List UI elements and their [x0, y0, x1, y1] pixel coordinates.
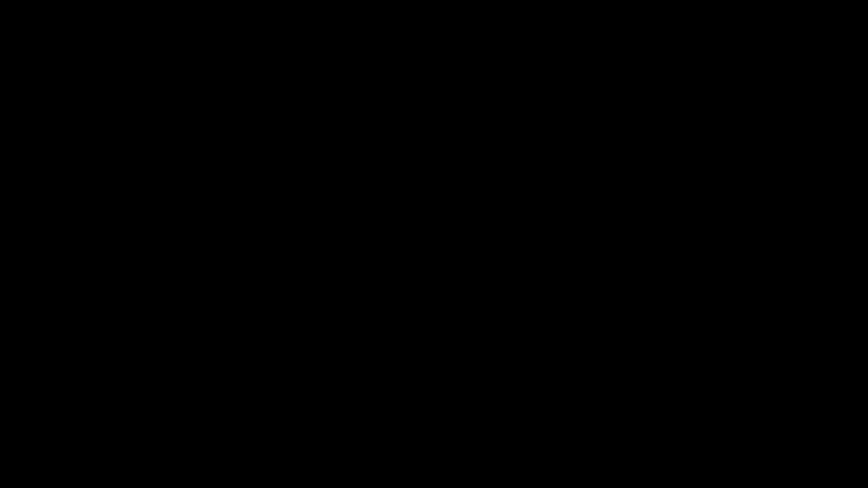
icon-label: Opera [0, 221, 868, 233]
audio-icon: ↗ [0, 268, 868, 280]
icon-label: Çöp [0, 128, 868, 139]
desktop-icon-iobit[interactable]: U↗IObitUninstaller [0, 46, 868, 81]
idm-icon: ↓↗ [0, 233, 868, 245]
desktop: WALLPAPERSWIDE.COM ☻OKTAYGÖRGÜLÜU↗IObitU… [0, 0, 868, 488]
shortcut-arrow-icon: ↗ [0, 292, 8, 302]
icon-label: AudioWizard [0, 280, 868, 291]
icon-label: IObitUninstaller [0, 58, 868, 81]
desktop-icon-steam[interactable]: ◎↗Steam [0, 418, 868, 442]
desktop-icon-thispc[interactable]: Bilgisayarım [0, 81, 868, 92]
iobit-icon: U↗ [0, 46, 868, 58]
icon-label: EUP 7.4 -Automat... [0, 395, 868, 418]
scroll-down-icon[interactable]: ∨ [0, 474, 868, 486]
corel-icon: ▶↗ [0, 326, 868, 338]
icon-label: crash [0, 361, 868, 372]
desktop-icon-bin[interactable]: ♻Çöp [0, 116, 868, 139]
desktop-icon-geforce[interactable]: ◉↗GeForceExperience [0, 139, 868, 174]
bf1-icon: ↗ [0, 442, 868, 454]
icon-label: GoogleChrome [0, 186, 868, 209]
desktop-icon-itunes[interactable]: ♪↗iTunes [0, 92, 868, 116]
desktop-icon-bf1[interactable]: ↗Battlefield 1 [0, 442, 868, 465]
desktop-icon-chrome[interactable]: ↗GoogleChrome [0, 174, 868, 209]
icon-label: Bilgisayarım [0, 81, 868, 92]
geforce-icon: ◉↗ [0, 139, 868, 151]
itunes-icon: ♪↗ [0, 92, 868, 104]
desktop-icon-audio[interactable]: ↗AudioWizard [0, 268, 868, 291]
shortcut-arrow-icon: ↗ [0, 175, 8, 186]
icon-label: CorelScreenC... [0, 338, 868, 361]
icon-label: OKTAYGÖRGÜLÜ [0, 23, 868, 46]
shortcut-arrow-icon: ↗ [0, 442, 8, 453]
shortcut-arrow-icon: ↗ [8, 46, 16, 57]
vlc-icon: ↗ [0, 291, 868, 303]
steam-icon: ◎↗ [0, 418, 868, 430]
icon-label: iTunes [0, 104, 868, 116]
shortcut-arrow-icon: ↗ [8, 327, 16, 337]
shortcut-arrow-icon: ↗ [5, 93, 13, 104]
desktop-icon-installation[interactable]: installationvia modPa... [0, 372, 868, 395]
desktop-icon-corel[interactable]: ▶↗CorelScreenC... [0, 326, 868, 361]
icon-label: GeForceExperience [0, 151, 868, 174]
icon-label: Steam [0, 430, 868, 442]
desktop-icons: ☻OKTAYGÖRGÜLÜU↗IObitUninstallerBilgisaya… [0, 11, 868, 488]
shortcut-arrow-icon: ↗ [9, 419, 17, 430]
desktop-icon-crash[interactable]: crash [0, 361, 868, 372]
user-folder-icon: ☻ [0, 11, 868, 23]
shortcut-arrow-icon: ↗ [9, 140, 17, 151]
desktop-icon-vlc[interactable]: ↗VLC mediaplayer [0, 291, 868, 326]
wallpaper-watermark: WALLPAPERSWIDE.COM [0, 0, 868, 11]
shortcut-arrow-icon: ↗ [5, 233, 13, 244]
opera-icon: ↗ [0, 209, 868, 221]
desktop-icon-eup74[interactable]: EUP 7.4 -Automat... [0, 395, 868, 418]
icon-label: installationvia modPa... [0, 372, 868, 395]
shortcut-arrow-icon: ↗ [0, 268, 8, 279]
shortcut-arrow-icon: ↗ [0, 210, 8, 220]
desktop-icon-oktay[interactable]: ☻OKTAYGÖRGÜLÜ [0, 11, 868, 46]
desktop-icon-idm[interactable]: ↓↗InternetDownlo... [0, 233, 868, 268]
desktop-icon-opera[interactable]: ↗Opera [0, 209, 868, 233]
icon-label: VLC mediaplayer [0, 303, 868, 326]
chrome-icon: ↗ [0, 174, 868, 186]
icon-label: Battlefield 1 [0, 454, 868, 465]
icon-label: InternetDownlo... [0, 245, 868, 268]
bin-icon: ♻ [0, 116, 868, 128]
